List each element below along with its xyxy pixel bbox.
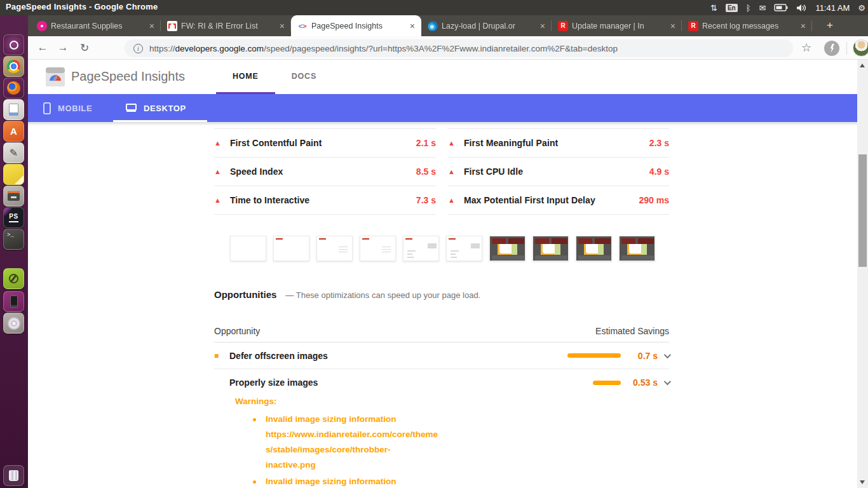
tab-fw-ri-ir-error-list[interactable]: FW: RI & IR Error List × bbox=[161, 15, 291, 36]
mobile-phone-icon bbox=[43, 102, 51, 114]
bookmark-star-icon[interactable]: ☆ bbox=[798, 39, 815, 56]
network-indicator-icon[interactable]: ⇅ bbox=[710, 4, 717, 12]
tab-mobile[interactable]: MOBILE bbox=[43, 94, 92, 122]
launcher-google-chrome-icon[interactable] bbox=[3, 56, 24, 77]
launcher-android-studio-icon[interactable] bbox=[3, 268, 24, 289]
filmstrip-frame bbox=[619, 236, 655, 261]
opportunity-row-defer-offscreen-images[interactable]: ■ Defer offscreen images 0.7 s bbox=[214, 342, 669, 369]
launcher-cd-disc-icon[interactable] bbox=[3, 313, 24, 334]
savings-value: 0.7 s bbox=[621, 351, 658, 361]
system-tray: ⇅ En ᛒ ✉ 11:41 AM ⚙ bbox=[710, 0, 865, 15]
opportunity-row-properly-size-images[interactable]: Properly size images 0.53 s bbox=[214, 369, 669, 396]
warnings-title: Warnings: bbox=[235, 396, 451, 406]
opportunity-marker-icon: ■ bbox=[214, 351, 229, 360]
tab-pagespeed-insights[interactable]: <> PageSpeed Insights × bbox=[291, 15, 421, 36]
tab-restaurant-supplies[interactable]: Restaurant Supplies × bbox=[31, 15, 161, 36]
keyboard-layout-indicator[interactable]: En bbox=[726, 4, 738, 12]
metric-fail-icon: ▲ bbox=[448, 139, 455, 147]
disc-icon bbox=[8, 317, 20, 330]
opportunities-subtitle: — These optimizations can speed up your … bbox=[285, 290, 480, 300]
tab-desktop[interactable]: DESKTOP bbox=[126, 94, 186, 122]
tab-recent-log-messages[interactable]: R Recent log messages × bbox=[682, 15, 812, 36]
tab-close-icon[interactable]: × bbox=[539, 21, 546, 31]
software-a-icon: A bbox=[10, 126, 17, 137]
launcher-phpstorm-icon[interactable]: PS bbox=[3, 207, 24, 228]
reload-icon[interactable]: ↻ bbox=[76, 39, 93, 56]
launcher-text-editor-icon[interactable]: ✎ bbox=[3, 142, 24, 163]
tab-close-icon[interactable]: × bbox=[669, 21, 677, 31]
launcher-sticky-notes-icon[interactable] bbox=[3, 164, 24, 185]
launcher-ubuntu-dash-icon[interactable] bbox=[3, 34, 24, 55]
load-filmstrip bbox=[230, 236, 655, 261]
warning-item: Invalid image sizing information https:/… bbox=[235, 412, 451, 473]
opportunities-title: Opportunities bbox=[214, 289, 276, 300]
tab-update-manager[interactable]: R Update manager | In × bbox=[552, 15, 682, 36]
tab-close-icon[interactable]: × bbox=[799, 21, 807, 31]
ubuntu-logo-icon bbox=[10, 41, 18, 50]
savings-bar bbox=[593, 381, 621, 385]
savings-bar bbox=[567, 353, 621, 358]
battery-icon[interactable] bbox=[774, 4, 788, 11]
terminal-prompt-icon: >_ bbox=[7, 232, 14, 238]
session-gear-icon[interactable]: ⚙ bbox=[858, 4, 865, 12]
bluetooth-icon[interactable]: ᛒ bbox=[746, 4, 751, 12]
gmail-favicon bbox=[167, 21, 177, 31]
compass-icon bbox=[9, 274, 18, 283]
mail-icon[interactable]: ✉ bbox=[759, 4, 766, 12]
scroll-up-icon[interactable] bbox=[860, 64, 865, 67]
chevron-down-icon[interactable] bbox=[664, 351, 671, 358]
nav-docs[interactable]: DOCS bbox=[275, 60, 333, 94]
page-scrollbar[interactable] bbox=[857, 60, 868, 488]
opportunities-table: Opportunity Estimated Savings ■ Defer of… bbox=[214, 320, 669, 396]
tab-lazy-load-drupal[interactable]: Lazy-load | Drupal.or × bbox=[421, 15, 552, 36]
scroll-down-icon[interactable] bbox=[860, 480, 865, 484]
metric-row: ▲ Speed Index 8.5 s bbox=[214, 158, 436, 186]
drawer-icon bbox=[8, 191, 20, 201]
indianretailer-favicon: R bbox=[558, 21, 568, 31]
address-bar[interactable]: i https://developers.google.com/speed/pa… bbox=[125, 39, 793, 57]
launcher-archive-manager-icon[interactable] bbox=[3, 186, 24, 207]
trash-can-icon bbox=[9, 470, 18, 481]
launcher-trash-icon[interactable] bbox=[3, 465, 24, 486]
launcher-ubuntu-software-icon[interactable]: A bbox=[3, 121, 24, 142]
nav-home[interactable]: HOME bbox=[216, 60, 275, 94]
launcher-terminal-icon[interactable]: >_ bbox=[3, 229, 24, 250]
volume-icon[interactable] bbox=[796, 4, 807, 12]
tab-strip: Restaurant Supplies × FW: RI & IR Error … bbox=[28, 15, 868, 36]
metrics-column-left: ▲ First Contentful Paint 2.1 s ▲ Speed I… bbox=[214, 128, 436, 215]
chevron-down-icon[interactable] bbox=[664, 378, 671, 385]
restaurant-supplies-favicon bbox=[37, 21, 47, 31]
clock[interactable]: 11:41 AM bbox=[815, 3, 850, 13]
col-opportunity: Opportunity bbox=[214, 326, 260, 336]
metric-row: ▲ First CPU Idle 4.9 s bbox=[448, 158, 669, 186]
extension-lighthouse-icon[interactable] bbox=[824, 41, 839, 56]
scrollbar-thumb[interactable] bbox=[858, 154, 867, 267]
tab-close-icon[interactable]: × bbox=[148, 21, 156, 31]
profile-avatar[interactable] bbox=[853, 39, 868, 57]
filmstrip-frame bbox=[576, 236, 612, 261]
launcher-libreoffice-impress-icon[interactable] bbox=[3, 99, 24, 120]
window-titlebar: PageSpeed Insights - Google Chrome ⇅ En … bbox=[0, 0, 868, 15]
launcher-mobile-device-icon[interactable] bbox=[3, 291, 24, 312]
metric-row: ▲ Max Potential First Input Delay 290 ms bbox=[448, 186, 669, 215]
new-tab-button[interactable]: + bbox=[821, 19, 839, 33]
indianretailer-favicon: R bbox=[688, 21, 698, 31]
desktop-laptop-icon bbox=[126, 104, 137, 111]
filmstrip-frame bbox=[446, 236, 482, 261]
phpstorm-ps-icon: PS bbox=[9, 213, 18, 222]
warning-item: Invalid image sizing information bbox=[235, 474, 451, 488]
tab-close-icon[interactable]: × bbox=[278, 21, 286, 31]
filmstrip-frame bbox=[532, 236, 569, 261]
savings-value: 0.53 s bbox=[621, 377, 658, 388]
url-text[interactable]: https://developers.google.com/speed/page… bbox=[149, 44, 618, 53]
forward-icon[interactable]: → bbox=[55, 39, 71, 56]
launcher-firefox-icon[interactable] bbox=[3, 78, 24, 98]
page-info-icon[interactable]: i bbox=[133, 44, 143, 53]
metric-fail-icon: ▲ bbox=[214, 168, 221, 175]
chrome-logo-icon bbox=[7, 60, 20, 73]
back-icon[interactable]: ← bbox=[34, 39, 51, 56]
tab-close-icon[interactable]: × bbox=[409, 21, 416, 31]
filmstrip-frame bbox=[360, 236, 396, 261]
metric-fail-icon: ▲ bbox=[214, 196, 221, 204]
note-fold-icon bbox=[15, 175, 24, 184]
